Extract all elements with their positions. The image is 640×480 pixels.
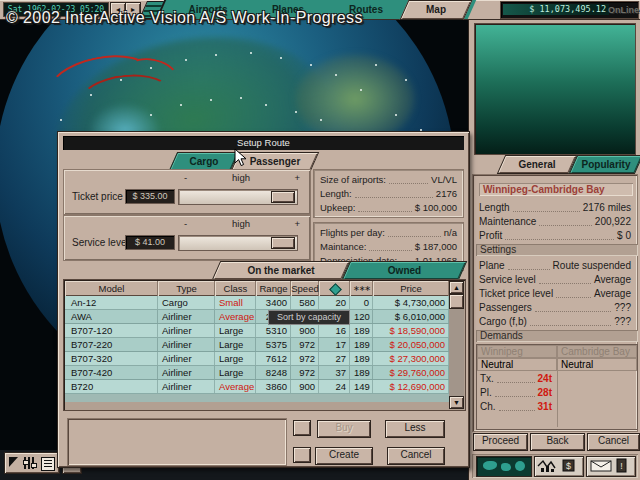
service-level-value: $ 41.00 <box>125 235 175 250</box>
market-table-row[interactable]: B707-120 Airliner Large 5310 900 16 189 … <box>65 324 449 338</box>
ticket-price-value: $ 335.00 <box>125 189 175 204</box>
info-value: VL/VL <box>431 173 457 187</box>
slider-plus-label[interactable]: + <box>294 172 300 183</box>
info-row: Maintenance 200,922 <box>479 215 631 229</box>
bottom-left-toolbar[interactable] <box>4 452 60 474</box>
dotted-leader <box>535 301 612 312</box>
cell-model: An-12 <box>65 296 158 309</box>
less-button[interactable]: Less <box>385 420 445 438</box>
ticket-price-group: - high + Ticket price $ 335.00 <box>63 169 311 215</box>
cell-price: $ 12,690,000 <box>373 380 449 393</box>
column-passengers[interactable]: ∗∗∗ <box>350 281 373 296</box>
tab-popularity[interactable]: Popularity <box>569 155 640 174</box>
money-display-frame: $ 11,073,495.12 OnLine <box>500 1 639 19</box>
scroll-thumb[interactable] <box>449 294 464 309</box>
demand-label: Tx. <box>480 372 494 386</box>
info-row: Flights per day: n/a <box>320 226 457 240</box>
market-table-row[interactable]: B707-320 Airliner Large 7612 972 27 189 … <box>65 352 449 366</box>
info-value: ??? <box>614 315 631 329</box>
ticket-price-label: Ticket price <box>72 191 123 202</box>
slider-thumb[interactable] <box>271 191 295 203</box>
tab-owned[interactable]: Owned <box>342 261 467 280</box>
info-value: n/a <box>444 226 457 240</box>
cell-price: $ 6,010,000 <box>373 310 449 323</box>
info-row: Upkeep: $ 100,000 <box>320 201 457 215</box>
scroll-up-button[interactable]: ▲ <box>449 281 464 294</box>
column-speed[interactable]: Speed <box>291 281 319 296</box>
world-map-button[interactable] <box>476 456 532 477</box>
game-screen: Sat 1962-02-23 05:20 ◂ ▸ Airports Planes… <box>0 0 640 480</box>
info-row: Plane Route suspended <box>479 259 631 273</box>
create-button[interactable]: Create <box>315 447 373 465</box>
mouse-cursor <box>234 148 248 168</box>
demand-city-header: Winnipeg <box>477 345 557 358</box>
column-range[interactable]: Range <box>256 281 291 296</box>
cell-price: $ 29,760,000 <box>373 366 449 379</box>
copyright-watermark: © 2002 InterActive Vision A/S Work-In-Pr… <box>6 9 363 27</box>
info-label: Cargo (f,b) <box>479 315 527 329</box>
slider-plus-label[interactable]: + <box>294 218 300 229</box>
mail-button[interactable]: ! <box>586 456 636 477</box>
market-table-row[interactable]: B707-420 Airliner Large 8248 972 37 189 … <box>65 366 449 380</box>
dotted-leader <box>499 400 535 411</box>
back-button[interactable]: Back <box>530 433 585 451</box>
proceed-button[interactable]: Proceed <box>473 433 528 451</box>
market-table: Model Type Class Range Speed ∗∗∗ Price A… <box>63 279 466 411</box>
svg-text:!: ! <box>620 461 623 471</box>
column-type[interactable]: Type <box>158 281 215 296</box>
buy-button[interactable]: Buy <box>317 420 371 438</box>
info-row: Profit $ 0 <box>479 229 631 243</box>
cell-capacity: 27 <box>319 352 350 365</box>
cell-speed: 972 <box>291 352 319 365</box>
market-rows: An-12 Cargo Small 3400 580 20 0 $ 4,730,… <box>65 296 449 394</box>
market-table-row[interactable]: B707-220 Airliner Large 5375 972 17 189 … <box>65 338 449 352</box>
column-model[interactable]: Model <box>65 281 158 296</box>
column-class[interactable]: Class <box>215 281 256 296</box>
money-balance: $ 11,073,495.12 <box>503 4 609 15</box>
capacity-icon <box>329 283 342 296</box>
slider-thumb[interactable] <box>271 237 295 249</box>
info-label: Ticket price level <box>479 287 553 301</box>
cell-class: Large <box>215 338 256 351</box>
info-label: Passengers <box>479 301 532 315</box>
demand-mood: Neutral <box>557 358 637 371</box>
cell-speed: 972 <box>291 338 319 351</box>
airport-info-box: Size of airports: VL/VL Length: 2176 Upk… <box>313 169 464 218</box>
finance-chart-button[interactable]: $ <box>534 456 584 477</box>
scroll-down-button[interactable]: ▼ <box>449 396 464 409</box>
ticket-price-slider[interactable] <box>178 189 298 205</box>
demand-city-header: Cambridge Bay <box>557 345 637 358</box>
market-table-row[interactable]: B720 Airliner Average 3860 900 24 149 $ … <box>65 380 449 394</box>
info-value: ??? <box>614 301 631 315</box>
column-price[interactable]: Price <box>373 281 449 296</box>
dotted-leader <box>513 201 580 212</box>
partial-row <box>65 394 449 402</box>
cell-price: $ 4,730,000 <box>373 296 449 309</box>
cancel-route-button[interactable]: Cancel <box>587 433 640 451</box>
tab-general[interactable]: General <box>497 155 577 174</box>
demands-table: Winnipeg Cambridge Bay Neutral Neutral T… <box>476 344 638 430</box>
cancel-dialog-button[interactable]: Cancel <box>387 447 445 465</box>
cell-type: Airliner <box>158 366 215 379</box>
cell-type: Airliner <box>158 338 215 351</box>
table-scrollbar[interactable]: ▲ ▼ <box>449 281 464 409</box>
service-level-slider[interactable] <box>178 235 298 251</box>
column-capacity[interactable] <box>319 281 350 296</box>
spare-slot-button[interactable] <box>293 447 311 463</box>
market-table-row[interactable]: AWA Airliner Average 2575 476 22 120 $ 6… <box>65 310 449 324</box>
cell-type: Airliner <box>158 310 215 323</box>
flag-triangle-icon <box>9 457 18 467</box>
info-row: Length 2176 miles <box>479 201 631 215</box>
info-value: Average <box>594 273 631 287</box>
spare-slot-button[interactable] <box>293 420 311 436</box>
slider-level-label: high <box>178 218 304 229</box>
market-table-row[interactable]: An-12 Cargo Small 3400 580 20 0 $ 4,730,… <box>65 296 449 310</box>
info-row: Passengers ??? <box>479 301 631 315</box>
dotted-leader <box>355 187 433 198</box>
finance-chart-icon: $ <box>535 457 579 474</box>
settings-list: Plane Route suspended Service level Aver… <box>479 259 631 329</box>
tab-map[interactable]: Map <box>400 0 473 20</box>
bottom-right-toolbar: $ ! <box>472 454 638 478</box>
info-value: Route suspended <box>553 259 631 273</box>
tab-on-the-market[interactable]: On the market <box>212 261 350 280</box>
